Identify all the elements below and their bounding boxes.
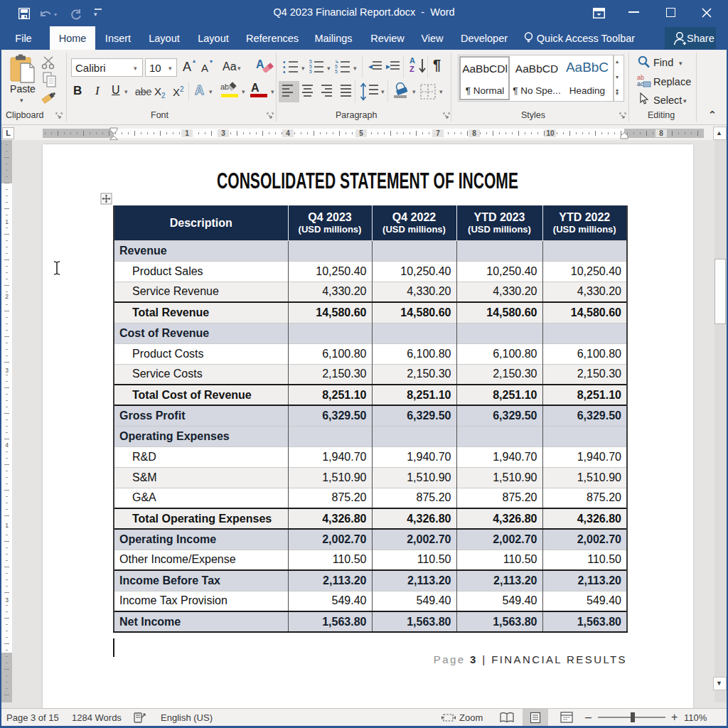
svg-text:CONSOLIDATED STATEMENT OF INCO: CONSOLIDATED STATEMENT OF INCOME	[217, 168, 518, 193]
